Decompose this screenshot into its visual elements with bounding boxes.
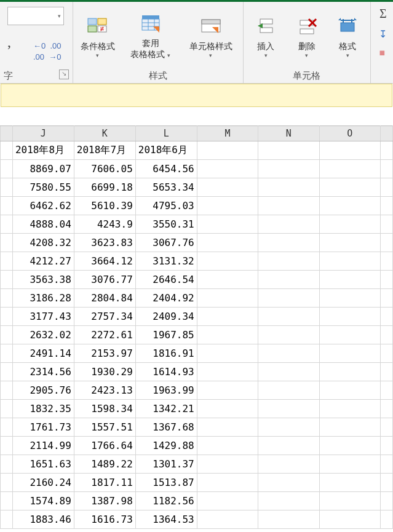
- cell[interactable]: [258, 455, 319, 474]
- cell[interactable]: [258, 510, 319, 529]
- cell[interactable]: [258, 363, 319, 381]
- cell[interactable]: 1574.89: [12, 492, 74, 510]
- cell[interactable]: [1, 197, 13, 215]
- cell[interactable]: [1, 455, 13, 474]
- cell[interactable]: 2423.13: [74, 381, 135, 400]
- cell[interactable]: [258, 344, 319, 363]
- cell[interactable]: [319, 418, 380, 437]
- table-row[interactable]: 1574.891387.981182.56: [1, 492, 393, 510]
- cell[interactable]: [197, 455, 258, 474]
- cell[interactable]: [1, 381, 13, 400]
- cell[interactable]: 5653.34: [135, 178, 197, 197]
- cell[interactable]: [319, 363, 380, 381]
- cell[interactable]: 1387.98: [74, 492, 135, 510]
- cell[interactable]: [381, 289, 393, 308]
- cell[interactable]: [381, 492, 393, 510]
- cell[interactable]: 1367.68: [135, 418, 197, 437]
- table-row[interactable]: 4212.273664.123131.32: [1, 252, 393, 271]
- cell[interactable]: [319, 326, 380, 344]
- table-row[interactable]: 2491.142153.971816.91: [1, 344, 393, 363]
- cell[interactable]: 2409.34: [135, 308, 197, 326]
- cell[interactable]: 7580.55: [12, 178, 74, 197]
- cell[interactable]: 1816.91: [135, 344, 197, 363]
- cell[interactable]: [197, 308, 258, 326]
- cell[interactable]: 2632.02: [12, 326, 74, 344]
- table-row[interactable]: 2905.762423.131963.99: [1, 381, 393, 400]
- cell[interactable]: [258, 160, 319, 178]
- table-row[interactable]: 1832.351598.341342.21: [1, 400, 393, 418]
- cell[interactable]: 4888.04: [12, 215, 74, 234]
- cell[interactable]: [1, 252, 13, 271]
- cell[interactable]: [258, 234, 319, 252]
- cell[interactable]: 2314.56: [12, 363, 74, 381]
- cell[interactable]: [1, 474, 13, 492]
- cell[interactable]: [319, 381, 380, 400]
- table-row[interactable]: 3177.432757.342409.34: [1, 308, 393, 326]
- cell[interactable]: [319, 510, 380, 529]
- cell[interactable]: 1429.88: [135, 437, 197, 455]
- column-header[interactable]: N: [258, 126, 319, 141]
- cell[interactable]: 2114.99: [12, 437, 74, 455]
- cell[interactable]: 1651.63: [12, 455, 74, 474]
- cell[interactable]: [258, 400, 319, 418]
- cell[interactable]: [319, 215, 380, 234]
- table-row[interactable]: 2160.241817.111513.87: [1, 474, 393, 492]
- cell[interactable]: 6699.18: [74, 178, 135, 197]
- cell[interactable]: [381, 363, 393, 381]
- cell[interactable]: [197, 197, 258, 215]
- cell[interactable]: 1182.56: [135, 492, 197, 510]
- cell[interactable]: [197, 492, 258, 510]
- cell[interactable]: [197, 160, 258, 178]
- comma-style-button[interactable]: ,: [7, 34, 11, 50]
- cell[interactable]: [258, 381, 319, 400]
- cell[interactable]: [319, 455, 380, 474]
- cell[interactable]: [381, 308, 393, 326]
- cell[interactable]: 1817.11: [74, 474, 135, 492]
- cell[interactable]: 1342.21: [135, 400, 197, 418]
- conditional-format-button[interactable]: ≠ 条件格式 ▾: [78, 14, 117, 60]
- cell[interactable]: 1513.87: [135, 474, 197, 492]
- cell[interactable]: 6462.62: [12, 197, 74, 215]
- cell[interactable]: [1, 234, 13, 252]
- cell[interactable]: 2153.97: [74, 344, 135, 363]
- cell[interactable]: 8869.07: [12, 160, 74, 178]
- column-header[interactable]: [1, 126, 13, 141]
- cell[interactable]: [319, 178, 380, 197]
- cell-styles-button[interactable]: 单元格样式 ▾: [184, 14, 238, 60]
- cell[interactable]: [381, 326, 393, 344]
- group-launcher-number[interactable]: ↘: [59, 69, 69, 79]
- cell[interactable]: [1, 308, 13, 326]
- cell[interactable]: 5610.39: [74, 197, 135, 215]
- cell[interactable]: 2804.84: [74, 289, 135, 308]
- increase-decimal-button[interactable]: ←0 .00: [33, 41, 62, 51]
- cell[interactable]: [258, 308, 319, 326]
- cell[interactable]: [197, 141, 258, 160]
- cell[interactable]: 2646.54: [135, 271, 197, 289]
- cell[interactable]: [1, 437, 13, 455]
- cell[interactable]: 1616.73: [74, 510, 135, 529]
- cell[interactable]: 3563.38: [12, 271, 74, 289]
- cell[interactable]: [319, 400, 380, 418]
- cell[interactable]: [197, 437, 258, 455]
- cell[interactable]: [381, 197, 393, 215]
- cell[interactable]: [258, 492, 319, 510]
- cell[interactable]: [319, 492, 380, 510]
- cell[interactable]: [319, 234, 380, 252]
- cell[interactable]: 1614.93: [135, 363, 197, 381]
- cell[interactable]: [197, 400, 258, 418]
- cell[interactable]: [1, 344, 13, 363]
- cell[interactable]: [319, 160, 380, 178]
- cell[interactable]: [319, 308, 380, 326]
- cell[interactable]: 1761.73: [12, 418, 74, 437]
- table-row[interactable]: 1761.731557.511367.68: [1, 418, 393, 437]
- table-row[interactable]: 1883.461616.731364.53: [1, 510, 393, 529]
- cell[interactable]: [1, 510, 13, 529]
- cell[interactable]: 1489.22: [74, 455, 135, 474]
- cell[interactable]: [381, 215, 393, 234]
- cell[interactable]: [1, 289, 13, 308]
- cell[interactable]: 4795.03: [135, 197, 197, 215]
- worksheet-grid[interactable]: J K L M N O 2018年8月 2018年7月 2018年6月 8869: [0, 125, 393, 532]
- cell[interactable]: 4212.27: [12, 252, 74, 271]
- autosum-button[interactable]: Σ: [379, 7, 387, 21]
- cell[interactable]: [197, 344, 258, 363]
